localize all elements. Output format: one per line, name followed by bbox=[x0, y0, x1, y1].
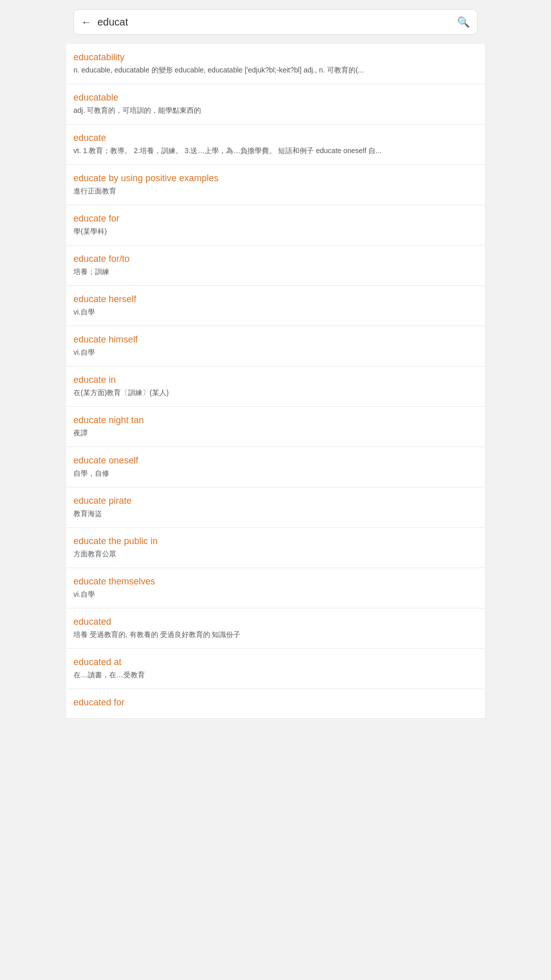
result-term: educate himself bbox=[73, 334, 478, 345]
result-definition: 進行正面教育 bbox=[73, 186, 478, 197]
result-term: educate herself bbox=[73, 294, 478, 305]
result-definition: n. educable, educatable 的變形 educable, ed… bbox=[73, 65, 478, 76]
result-term: educate for/to bbox=[73, 254, 478, 264]
search-bar-container: ← 🔍 bbox=[66, 0, 485, 44]
list-item[interactable]: educate for學(某學科) bbox=[66, 205, 485, 246]
list-item[interactable]: educate by using positive examples進行正面教育 bbox=[66, 165, 485, 205]
list-item[interactable]: educated培養 受過教育的, 有教養的 受過良好教育的 知識份子 bbox=[66, 608, 485, 649]
result-definition: vi.自學 bbox=[73, 347, 478, 358]
result-term: educatability bbox=[73, 52, 478, 63]
list-item[interactable]: educate pirate教育海盜 bbox=[66, 487, 485, 528]
result-definition: 在(某方面)教育〔訓練〕(某人) bbox=[73, 387, 478, 398]
list-item[interactable]: educatableadj. 可教育的，可培訓的，能學點東西的 bbox=[66, 84, 485, 125]
list-item[interactable]: educate night tan夜譚 bbox=[66, 407, 485, 447]
result-term: educate the public in bbox=[73, 536, 478, 547]
result-term: educated for bbox=[73, 697, 478, 708]
list-item[interactable]: educatevt. 1.教育；教導。 2.培養，訓練。 3.送…上學，為…負擔… bbox=[66, 125, 485, 165]
result-definition: 培養 受過教育的, 有教養的 受過良好教育的 知識份子 bbox=[73, 629, 478, 640]
result-definition: 自學，自修 bbox=[73, 468, 478, 479]
result-term: educate for bbox=[73, 213, 478, 224]
list-item[interactable]: educated for bbox=[66, 689, 485, 719]
result-definition: 學(某學科) bbox=[73, 226, 478, 237]
result-definition: adj. 可教育的，可培訓的，能學點東西的 bbox=[73, 105, 478, 116]
result-definition: vt. 1.教育；教導。 2.培養，訓練。 3.送…上學，為…負擔學費。 短語和… bbox=[73, 145, 478, 156]
search-icon[interactable]: 🔍 bbox=[457, 16, 470, 28]
result-term: educatable bbox=[73, 92, 478, 103]
result-definition: vi.自學 bbox=[73, 589, 478, 600]
list-item[interactable]: educate in在(某方面)教育〔訓練〕(某人) bbox=[66, 366, 485, 407]
list-item[interactable]: educate themselvesvi.自學 bbox=[66, 568, 485, 608]
result-definition: 方面教育公眾 bbox=[73, 549, 478, 559]
result-term: educate night tan bbox=[73, 415, 478, 426]
back-icon[interactable]: ← bbox=[81, 16, 91, 28]
results-list: educatabilityn. educable, educatable 的變形… bbox=[66, 44, 485, 719]
result-term: educated bbox=[73, 617, 478, 627]
result-term: educated at bbox=[73, 657, 478, 668]
list-item[interactable]: educatabilityn. educable, educatable 的變形… bbox=[66, 44, 485, 84]
list-item[interactable]: educate the public in方面教育公眾 bbox=[66, 528, 485, 568]
search-input[interactable] bbox=[97, 16, 451, 28]
result-term: educate themselves bbox=[73, 576, 478, 587]
result-definition: 在…讀書，在…受教育 bbox=[73, 670, 478, 680]
result-term: educate by using positive examples bbox=[73, 173, 478, 184]
result-term: educate in bbox=[73, 375, 478, 385]
search-bar: ← 🔍 bbox=[73, 9, 478, 35]
result-term: educate pirate bbox=[73, 496, 478, 506]
result-term: educate oneself bbox=[73, 455, 478, 466]
list-item[interactable]: educated at在…讀書，在…受教育 bbox=[66, 649, 485, 689]
result-definition: 夜譚 bbox=[73, 428, 478, 438]
list-item[interactable]: educate herselfvi.自學 bbox=[66, 286, 485, 326]
result-term: educate bbox=[73, 133, 478, 143]
result-definition: 培養；訓練 bbox=[73, 266, 478, 277]
list-item[interactable]: educate himselfvi.自學 bbox=[66, 326, 485, 366]
result-definition: vi.自學 bbox=[73, 307, 478, 317]
list-item[interactable]: educate for/to培養；訓練 bbox=[66, 246, 485, 286]
result-definition: 教育海盜 bbox=[73, 508, 478, 519]
list-item[interactable]: educate oneself自學，自修 bbox=[66, 447, 485, 487]
